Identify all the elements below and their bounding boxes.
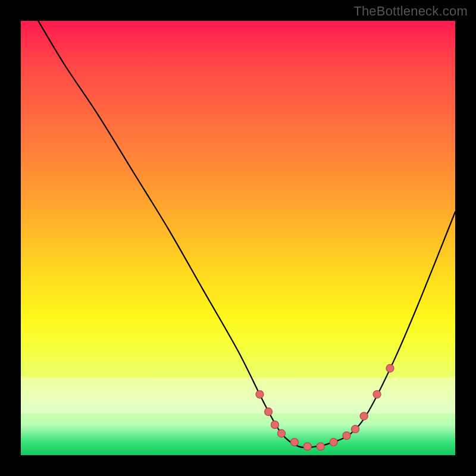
highlight-dot: [290, 439, 298, 446]
highlight-dot: [303, 443, 311, 450]
highlight-dot: [373, 390, 381, 398]
highlight-dots-group: [256, 365, 394, 450]
highlight-dot: [278, 430, 286, 437]
highlight-dot: [343, 432, 350, 440]
highlight-dot: [256, 390, 264, 398]
attribution-label: TheBottleneck.com: [353, 4, 468, 19]
chart-svg: [21, 21, 455, 455]
plot-area: [21, 21, 455, 455]
bottleneck-curve: [38, 21, 455, 447]
chart-container: TheBottleneck.com: [0, 0, 476, 476]
highlight-dot: [352, 425, 359, 433]
highlight-dot: [330, 439, 337, 446]
highlight-dot: [360, 412, 368, 420]
highlight-dot: [317, 443, 324, 450]
highlight-dot: [271, 421, 279, 428]
highlight-dot: [386, 365, 394, 372]
highlight-dot: [265, 408, 273, 416]
